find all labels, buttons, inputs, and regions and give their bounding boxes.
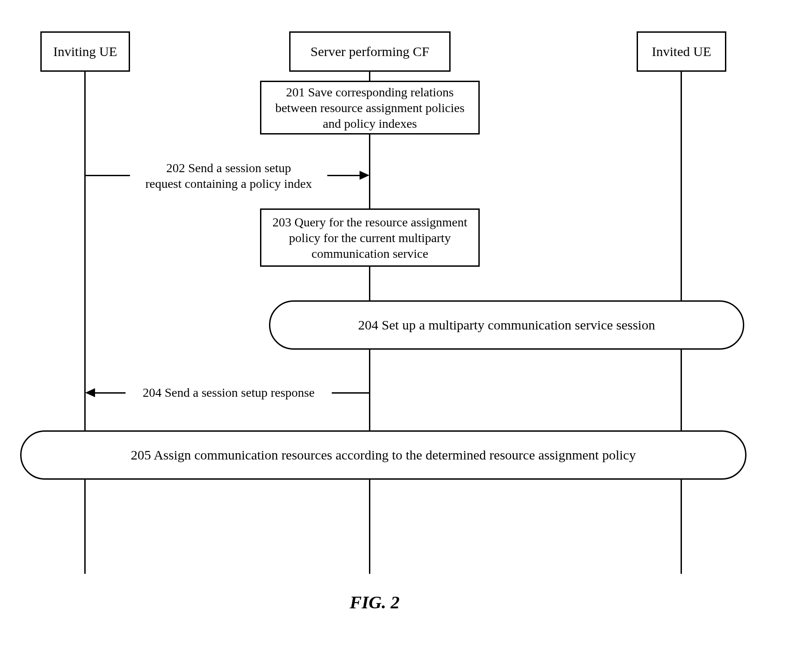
- step-text: 204 Set up a multiparty communication se…: [358, 317, 655, 333]
- participant-invited-ue: Invited UE: [637, 31, 726, 72]
- participant-server-cf: Server performing CF: [289, 31, 451, 72]
- caption-text: FIG. 2: [350, 592, 399, 612]
- sequence-diagram: Inviting UE Server performing CF Invited…: [27, 31, 753, 614]
- step-text: 205 Assign communication resources accor…: [131, 447, 636, 463]
- msg-202-line1: 202 Send a session setup: [133, 160, 325, 176]
- arrow-204resp-head: [85, 388, 95, 397]
- step-205: 205 Assign communication resources accor…: [20, 430, 746, 480]
- step-text: 203 Query for the resource assignment po…: [269, 214, 471, 261]
- step-203: 203 Query for the resource assignment po…: [260, 208, 480, 267]
- step-201: 201 Save corresponding relations between…: [260, 81, 480, 134]
- participant-label: Inviting UE: [53, 44, 117, 59]
- msg-204resp-text: 204 Send a session setup response: [143, 386, 314, 399]
- arrow-202-head: [360, 171, 369, 180]
- msg-202-label: 202 Send a session setup request contain…: [130, 160, 327, 191]
- figure-caption: FIG. 2: [350, 592, 399, 613]
- lifeline-inviting-ue: [84, 72, 86, 574]
- participant-label: Invited UE: [652, 44, 711, 59]
- participant-label: Server performing CF: [311, 44, 430, 59]
- step-text: 201 Save corresponding relations between…: [269, 84, 471, 131]
- msg-202-line2: request containing a policy index: [133, 176, 325, 191]
- msg-204resp-label: 204 Send a session setup response: [126, 385, 332, 400]
- participant-inviting-ue: Inviting UE: [40, 31, 130, 72]
- step-204-setup: 204 Set up a multiparty communication se…: [269, 300, 744, 350]
